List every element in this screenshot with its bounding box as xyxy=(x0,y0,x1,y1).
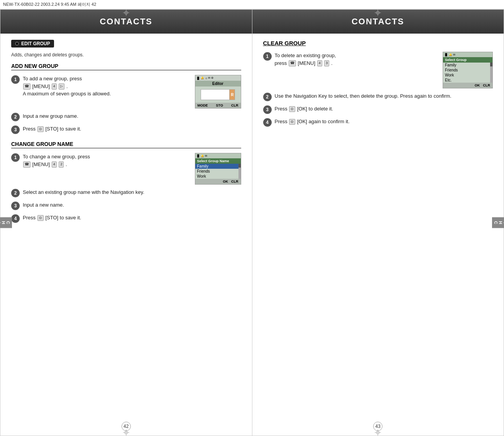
page-right: CONTACTS CLEAR GROUP 1 To delete an exis… xyxy=(252,10,504,436)
phone-clear-footer: OK CLR xyxy=(443,83,492,88)
phone-list-item-family: Family xyxy=(195,164,241,169)
add-new-group-steps: 1 To add a new group, press ☎ [MENU] 4 ▷… xyxy=(11,75,241,134)
phone-ui-select-group-name: ▐▌ 🔔 ✉ Select Group Name Family Friends … xyxy=(195,153,241,185)
step-text: Use the Navigation Key to select, then d… xyxy=(275,92,493,100)
registration-mark-bottom-left xyxy=(123,429,129,436)
edit-group-pill: EDIT GROUP xyxy=(11,40,54,48)
phone-clear-item-etc: Etc. xyxy=(443,78,492,83)
add-new-group-title: ADD NEW GROUP xyxy=(11,63,241,70)
step-number: 1 xyxy=(11,153,20,162)
step-number: 3 xyxy=(11,202,20,210)
step-text: Select an existing group name with the N… xyxy=(23,188,241,196)
step-item: 1 To change a new group, press ☎ [MENU] … xyxy=(11,153,241,185)
step-text: Press ⊙ [OK] again to confirm it. xyxy=(275,118,493,126)
section-description: Adds, changes and deletes groups. xyxy=(11,52,241,58)
step-number: 4 xyxy=(11,214,20,223)
phone-statusbar: ▐▌ 🔔 ♫ ✉ ⚙ xyxy=(195,75,241,81)
step-text: To change a new group, press ☎ [MENU] 4 … xyxy=(23,153,191,168)
clear-group-steps: 1 To delete an existing group, press ☎ [… xyxy=(263,52,493,127)
registration-mark-bottom-right xyxy=(375,429,381,436)
key-sto2: ⊙ xyxy=(37,215,44,221)
phone-clear-item-family: Family xyxy=(443,63,492,68)
step-item: 2 Use the Navigation Key to select, then… xyxy=(263,92,493,101)
step-number: 3 xyxy=(11,126,20,134)
step-item: 4 Press ⊙ [OK] again to confirm it. xyxy=(263,118,493,127)
step-text: Input a new name. xyxy=(23,201,241,209)
step-item: 3 Press ⊙ [STO] to save it. xyxy=(11,125,241,134)
page-left: CONTACTS EDIT GROUP Adds, changes and de… xyxy=(0,10,252,436)
clear-group-title: CLEAR GROUP xyxy=(263,40,493,46)
phone-statusbar2: ▐▌ 🔔 ✉ xyxy=(195,153,241,158)
side-tab-right: C H 4 xyxy=(492,217,504,228)
key-4c: 4 xyxy=(317,60,322,66)
key-sto: ⊙ xyxy=(37,126,44,132)
step-item: 2 Select an existing group name with the… xyxy=(11,188,241,197)
phone-ui-clear-group: ▐▌ 🔔 ✉ Select Group Family Friends Work xyxy=(443,52,493,88)
step-number: 1 xyxy=(263,52,272,61)
key-ok2: ⊙ xyxy=(289,119,295,125)
side-tab-left: C H 4 xyxy=(0,217,12,228)
key-2: 2 xyxy=(59,161,64,168)
step-text: Press ⊙ [STO] to save it. xyxy=(23,214,241,222)
step-item: 3 Press ⊙ [OK] to delete it. xyxy=(263,105,493,114)
change-group-name-title: CHANGE GROUP NAME xyxy=(11,141,241,148)
step-text: To add a new group, press ☎ [MENU] 4 ▷ .… xyxy=(23,75,191,98)
key-ok: ⊙ xyxy=(289,106,295,112)
key-3: 3 xyxy=(324,60,329,66)
step-item: 1 To add a new group, press ☎ [MENU] 4 ▷… xyxy=(11,75,241,109)
key-menu3: ☎ xyxy=(289,60,296,66)
key-arrow: ▷ xyxy=(59,83,64,90)
step-number: 1 xyxy=(11,75,20,84)
phone-statusbar3: ▐▌ 🔔 ✉ xyxy=(443,52,492,57)
key-4b: 4 xyxy=(52,161,57,168)
step-text: Press ⊙ [OK] to delete it. xyxy=(275,105,493,113)
change-group-steps: 1 To change a new group, press ☎ [MENU] … xyxy=(11,153,241,223)
step-item: 4 Press ⊙ [STO] to save it. xyxy=(11,214,241,223)
step-item: 3 Input a new name. xyxy=(11,201,241,210)
registration-mark-top-left xyxy=(123,10,129,16)
phone-editor-title: Editor xyxy=(195,81,241,87)
phone-list-item-friends: Friends xyxy=(195,169,241,174)
step-text: To delete an existing group, press ☎ [ME… xyxy=(275,52,439,67)
phone-list-item-work: Work xyxy=(195,174,241,179)
phone-editor-footer: MODE STO CLR xyxy=(195,103,241,108)
phone-ui-editor: ▐▌ 🔔 ♫ ✉ ⚙ Editor R xyxy=(195,75,241,109)
step-number: 2 xyxy=(263,93,272,101)
phone-list-footer: OK CLR xyxy=(195,179,241,184)
key-4: 4 xyxy=(52,83,57,90)
step-number: 2 xyxy=(11,113,20,121)
phone-clear-header: Select Group xyxy=(443,57,492,63)
step-text: Press ⊙ [STO] to save it. xyxy=(23,125,241,133)
step-number: 4 xyxy=(263,118,272,127)
phone-list-header: Select Group Name xyxy=(195,158,241,164)
key-menu2: ☎ xyxy=(23,161,30,168)
step-number: 2 xyxy=(11,189,20,197)
step-item: 2 Input a new group name. xyxy=(11,112,241,121)
phone-editor-body: R xyxy=(195,87,241,103)
phone-clear-item-work: Work xyxy=(443,73,492,78)
step-item: 1 To delete an existing group, press ☎ [… xyxy=(263,52,493,88)
registration-mark-top-right xyxy=(375,10,381,16)
print-bar: NEW-TX-60B02-22 2003.2.24 9:45 AM 페이지 42 xyxy=(0,0,504,9)
phone-clear-item-friends: Friends xyxy=(443,68,492,73)
step-number: 3 xyxy=(263,105,272,114)
step-text: Input a new group name. xyxy=(23,112,241,120)
key-menu: ☎ xyxy=(23,83,30,90)
pill-dot xyxy=(15,42,19,46)
